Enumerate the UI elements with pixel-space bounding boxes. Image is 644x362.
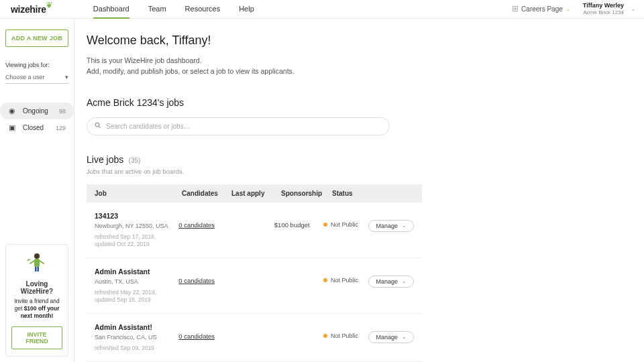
promo-illustration-icon (11, 251, 62, 276)
sidebar-filters: ◉ Ongoing 98 ▣ Closed 129 (0, 103, 74, 136)
manage-label: Manage (376, 334, 398, 341)
user-menu[interactable]: Tiffany Werley Acme Brick 1234 ⌄ (583, 2, 639, 15)
chevron-down-icon: ⌄ (402, 334, 407, 340)
main-nav: Dashboard Team Resources Help (93, 0, 254, 19)
candidates-link[interactable]: 0 candidates (178, 221, 215, 229)
careers-page-link[interactable]: ⊞ Careers Page ⌄ (512, 4, 571, 13)
table-body: 134123Newburgh, NY 12550, USArefreshed S… (87, 202, 422, 363)
promo-body: Invite a friend and get $100 off your ne… (11, 298, 62, 320)
invite-friend-button[interactable]: INVITE FRIEND (11, 326, 62, 349)
leaf-icon: ❦ (46, 0, 53, 10)
status-dot-icon (323, 334, 327, 338)
status-badge: Not Public (323, 277, 358, 284)
search-wrap (87, 117, 390, 135)
job-title[interactable]: 134123 (95, 212, 178, 220)
th-job: Job (95, 190, 182, 197)
user-org: Acme Brick 1234 (583, 9, 624, 16)
filter-ongoing[interactable]: ◉ Ongoing 98 (0, 103, 74, 119)
th-sponsorship: Sponsorship (281, 190, 332, 197)
svg-line-4 (30, 261, 34, 263)
chevron-down-icon: ⌄ (402, 223, 407, 229)
svg-rect-2 (35, 267, 37, 272)
candidates-link[interactable]: 0 candidates (178, 277, 215, 284)
status-dot-icon (323, 223, 327, 227)
sponsorship-text: $100 budget (274, 221, 310, 229)
caret-down-icon: ▾ (65, 74, 68, 80)
jobs-table: Job Candidates Last apply Sponsorship St… (87, 184, 422, 363)
nav-dashboard[interactable]: Dashboard (93, 0, 129, 19)
logo[interactable]: wizehire ❦ (11, 4, 53, 15)
filter-closed[interactable]: ▣ Closed 129 (0, 119, 74, 136)
status-text: Not Public (331, 277, 358, 284)
manage-button[interactable]: Manage⌄ (368, 220, 414, 232)
nav-help[interactable]: Help (239, 0, 254, 19)
live-jobs-count: (35) (129, 157, 141, 164)
search-icon (95, 122, 101, 130)
status-badge: Not Public (323, 221, 358, 228)
add-job-button[interactable]: ADD A NEW JOB (5, 29, 68, 47)
manage-button[interactable]: Manage⌄ (368, 331, 414, 343)
logo-text: wizehire (11, 4, 46, 15)
promo-title: Loving WizeHire? (11, 280, 62, 295)
eye-icon: ◉ (8, 107, 16, 115)
svg-point-0 (34, 253, 40, 259)
job-meta: refreshed May 22, 2019,updated Sep 18, 2… (95, 289, 178, 304)
filter-closed-label: Closed (23, 124, 44, 131)
careers-label: Careers Page (521, 5, 563, 13)
live-jobs-header: Live jobs (35) Jobs that are active on j… (87, 154, 633, 175)
filter-ongoing-label: Ongoing (23, 107, 48, 115)
welcome-block: Welcome back, Tiffany! This is your Wize… (87, 34, 633, 77)
status-text: Not Public (331, 221, 358, 228)
job-title[interactable]: Admin Assistant (95, 267, 178, 276)
svg-line-7 (99, 126, 100, 127)
svg-line-5 (40, 261, 44, 263)
user-name: Tiffany Werley (583, 2, 624, 9)
nav-resources[interactable]: Resources (185, 0, 221, 19)
table-row: 134123Newburgh, NY 12550, USArefreshed S… (87, 202, 422, 258)
chevron-down-icon: ⌄ (402, 278, 407, 284)
manage-label: Manage (376, 223, 398, 229)
status-dot-icon (323, 278, 327, 282)
user-select[interactable]: Choose a user ▾ (5, 71, 68, 84)
job-meta: refreshed Sep 17, 2018,updated Oct 22, 2… (95, 233, 178, 248)
table-row: Admin Assistant!San Francisco, CA, USref… (87, 314, 422, 362)
referral-promo: Loving WizeHire? Invite a friend and get… (5, 244, 68, 357)
job-title[interactable]: Admin Assistant! (95, 323, 178, 331)
th-candidates: Candidates (182, 190, 231, 197)
welcome-heading: Welcome back, Tiffany! (87, 34, 633, 48)
job-location: Newburgh, NY 12550, USA (95, 223, 178, 229)
filter-closed-count: 129 (56, 125, 66, 131)
th-status: Status (332, 190, 379, 197)
user-text: Tiffany Werley Acme Brick 1234 (583, 2, 624, 15)
filter-ongoing-count: 98 (59, 108, 66, 115)
table-header: Job Candidates Last apply Sponsorship St… (87, 184, 422, 202)
chevron-down-icon: ⌄ (631, 5, 636, 12)
search-input[interactable] (87, 117, 390, 135)
sidebar: ADD A NEW JOB Viewing jobs for: Choose a… (0, 19, 74, 362)
svg-rect-1 (34, 259, 40, 267)
manage-label: Manage (376, 278, 398, 285)
archive-icon: ▣ (8, 123, 16, 132)
topbar-right: ⊞ Careers Page ⌄ Tiffany Werley Acme Bri… (512, 2, 639, 15)
svg-point-6 (95, 123, 99, 127)
status-badge: Not Public (323, 333, 358, 339)
main-content: Welcome back, Tiffany! This is your Wize… (74, 19, 644, 362)
chevron-down-icon: ⌄ (566, 5, 571, 12)
job-meta: refreshed Sep 09, 2019 (95, 345, 178, 352)
user-select-value: Choose a user (5, 74, 45, 80)
apps-icon: ⊞ (512, 4, 519, 13)
table-row: Admin AssistantAustin, TX, USArefreshed … (87, 258, 422, 314)
manage-button[interactable]: Manage⌄ (368, 276, 414, 288)
topbar: wizehire ❦ Dashboard Team Resources Help… (0, 0, 644, 19)
welcome-line2: Add, modify, and publish jobs, or select… (87, 66, 633, 77)
candidates-link[interactable]: 0 candidates (178, 333, 215, 340)
job-location: Austin, TX, USA (95, 278, 178, 285)
status-text: Not Public (331, 333, 358, 339)
svg-rect-3 (38, 267, 40, 272)
th-last-apply: Last apply (231, 190, 281, 197)
promo-body-bold: $100 off your next month! (21, 305, 60, 319)
th-manage (379, 190, 414, 197)
jobs-section-title: Acme Brick 1234's jobs (87, 97, 633, 108)
nav-team[interactable]: Team (148, 0, 166, 19)
live-jobs-subtitle: Jobs that are active on job boards. (87, 168, 633, 175)
